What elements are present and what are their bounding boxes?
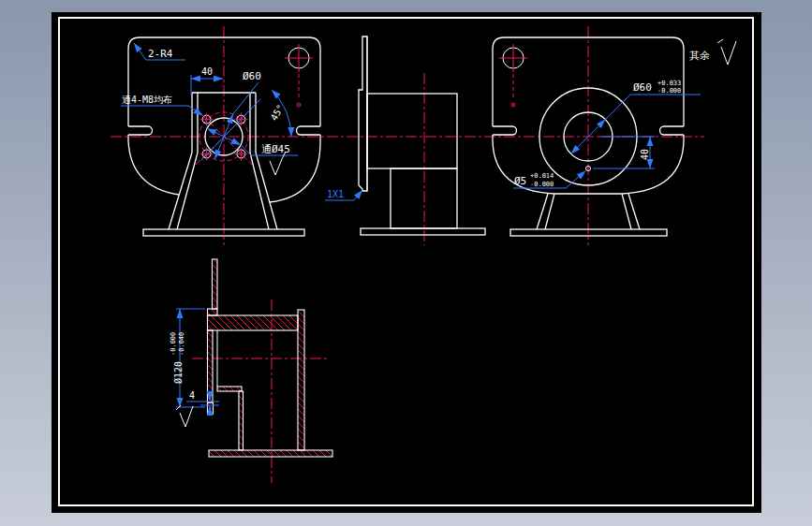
back-bore-tol-upper: +0.033	[657, 80, 681, 87]
front-corner-radius-label: 2-R4	[148, 48, 173, 60]
front-width-dim: 40	[201, 66, 213, 77]
section-flange-tol-upper: -0.000	[170, 332, 177, 356]
back-pin-tol-lower: -0.000	[530, 181, 554, 188]
front-bolt-holes-label: 通4-M8均布	[122, 95, 172, 105]
back-bore-tol-lower: -0.000	[657, 87, 681, 95]
cad-drawing: 40 Ø60 通4-M8均布 45° 通Ø45 2-R4 1X1	[0, 0, 812, 526]
model-space	[52, 12, 761, 513]
back-bore-label: Ø60	[633, 81, 652, 94]
side-chamfer-label: 1X1	[327, 189, 344, 199]
section-flange-tol-lower: -0.040	[178, 332, 185, 356]
back-pin-tol-upper: +0.014	[530, 172, 554, 180]
back-offset-dim: 40	[640, 149, 650, 160]
front-bore-label: 通Ø45	[261, 143, 290, 155]
application-frame: 40 Ø60 通4-M8均布 45° 通Ø45 2-R4 1X1	[0, 0, 812, 526]
back-pin-label: Ø5	[514, 175, 526, 187]
section-thickness-dim: 4	[189, 390, 195, 401]
front-bolt-circle-label: Ø60	[243, 70, 261, 82]
finish-note-label: 其余	[689, 50, 710, 62]
section-flange-label: Ø120	[173, 361, 184, 384]
